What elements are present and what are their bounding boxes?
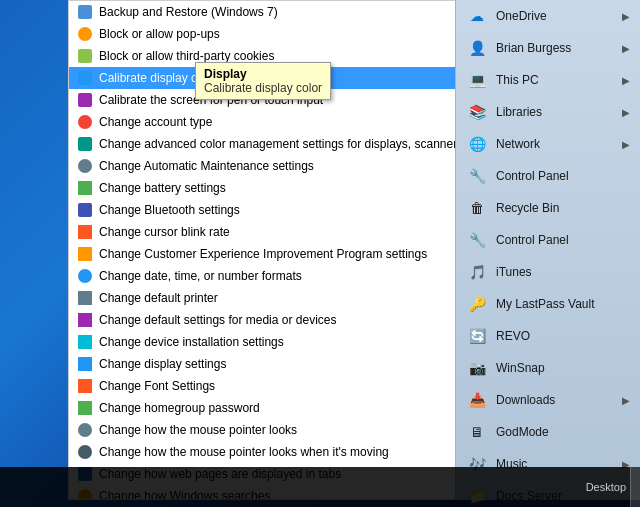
menu-item-maintenance[interactable]: Change Automatic Maintenance settings: [69, 155, 457, 177]
rp-item-label: Brian Burgess: [496, 41, 622, 55]
printer-icon: [77, 290, 93, 306]
rp-item-brian[interactable]: 👤 Brian Burgess ▶: [456, 32, 640, 64]
menu-item-text: Change device installation settings: [99, 335, 284, 349]
rp-item-label: Recycle Bin: [496, 201, 630, 215]
menu-item-cursor-blink[interactable]: Change cursor blink rate: [69, 221, 457, 243]
menu-item-text: Change account type: [99, 115, 212, 129]
user-icon: [77, 114, 93, 130]
menu-item-pointer-moving[interactable]: Change how the mouse pointer looks when …: [69, 441, 457, 463]
menu-item-text: Change advanced color management setting…: [99, 137, 458, 151]
menu-item-text: Change Font Settings: [99, 379, 215, 393]
menu-item-pointer-looks[interactable]: Change how the mouse pointer looks: [69, 419, 457, 441]
arrow-icon: ▶: [622, 107, 630, 118]
menu-item-text: Backup and Restore (Windows 7): [99, 5, 278, 19]
rp-item-downloads[interactable]: 📥 Downloads ▶: [456, 384, 640, 416]
font-icon: [77, 378, 93, 394]
menu-item-advanced-color[interactable]: Change advanced color management setting…: [69, 133, 457, 155]
menu-item-text: Change Customer Experience Improvement P…: [99, 247, 427, 261]
network-icon: 🌐: [466, 133, 488, 155]
menu-item-text: Change how the mouse pointer looks: [99, 423, 297, 437]
tooltip-title: Display: [204, 67, 322, 81]
rp-item-winsnap[interactable]: 📷 WinSnap: [456, 352, 640, 384]
menu-item-default-printer[interactable]: Change default printer: [69, 287, 457, 309]
rp-item-label: REVO: [496, 329, 630, 343]
recycle-bin-icon: 🗑: [466, 197, 488, 219]
menu-item-display-settings[interactable]: Change display settings: [69, 353, 457, 375]
tooltip-popup: Display Calibrate display color: [195, 62, 331, 100]
menu-item-homegroup-pwd[interactable]: Change homegroup password: [69, 397, 457, 419]
arrow-icon: ▶: [622, 139, 630, 150]
libraries-icon: 📚: [466, 101, 488, 123]
winsnap-icon: 📷: [466, 357, 488, 379]
onedrive-icon: ☁: [466, 5, 488, 27]
chart-icon: [77, 246, 93, 262]
taskbar-desktop-label: Desktop: [586, 481, 630, 493]
menu-item-font-settings[interactable]: Change Font Settings: [69, 375, 457, 397]
menu-item-text: Block or allow third-party cookies: [99, 49, 274, 63]
menu-item-account-type[interactable]: Change account type: [69, 111, 457, 133]
rp-item-godmode[interactable]: 🖥 GodMode: [456, 416, 640, 448]
menu-item-text: Change Automatic Maintenance settings: [99, 159, 314, 173]
menu-item-text: Change default settings for media or dev…: [99, 313, 336, 327]
globe-icon: [77, 26, 93, 42]
rp-item-this-pc[interactable]: 💻 This PC ▶: [456, 64, 640, 96]
display-icon: [77, 70, 93, 86]
menu-item-text: Change how the mouse pointer looks when …: [99, 445, 389, 459]
rp-item-label: GodMode: [496, 425, 630, 439]
menu-item-block-popup[interactable]: Block or allow pop-ups: [69, 23, 457, 45]
rp-item-network[interactable]: 🌐 Network ▶: [456, 128, 640, 160]
rp-item-lastpass[interactable]: 🔑 My LastPass Vault: [456, 288, 640, 320]
rp-item-revo[interactable]: 🔄 REVO: [456, 320, 640, 352]
arrow-icon: ▶: [622, 43, 630, 54]
menu-item-text: Change Bluetooth settings: [99, 203, 240, 217]
menu-item-customer-exp[interactable]: Change Customer Experience Improvement P…: [69, 243, 457, 265]
rp-item-libraries[interactable]: 📚 Libraries ▶: [456, 96, 640, 128]
pen-icon: [77, 92, 93, 108]
rp-item-control-panel[interactable]: 🔧 Control Panel: [456, 160, 640, 192]
menu-item-default-media[interactable]: Change default settings for media or dev…: [69, 309, 457, 331]
computer-icon: 💻: [466, 69, 488, 91]
rp-item-onedrive[interactable]: ☁ OneDrive ▶: [456, 0, 640, 32]
rp-item-label: Control Panel: [496, 169, 630, 183]
rp-item-label: This PC: [496, 73, 622, 87]
rp-item-recycle-bin[interactable]: 🗑 Recycle Bin: [456, 192, 640, 224]
media-icon: [77, 312, 93, 328]
rp-item-label: OneDrive: [496, 9, 622, 23]
rp-item-control-panel2[interactable]: 🔧 Control Panel: [456, 224, 640, 256]
group-icon: [77, 400, 93, 416]
lastpass-icon: 🔑: [466, 293, 488, 315]
menu-item-backup[interactable]: Backup and Restore (Windows 7): [69, 1, 457, 23]
mouse-icon: [77, 422, 93, 438]
menu-item-device-install[interactable]: Change device installation settings: [69, 331, 457, 353]
rp-item-label: WinSnap: [496, 361, 630, 375]
menu-item-text: Block or allow pop-ups: [99, 27, 220, 41]
rp-item-label: Network: [496, 137, 622, 151]
right-panel: ☁ OneDrive ▶ 👤 Brian Burgess ▶ 💻 This PC…: [455, 0, 640, 500]
menu-item-text: Change homegroup password: [99, 401, 260, 415]
show-desktop-button[interactable]: [630, 467, 640, 507]
rp-item-label: Control Panel: [496, 233, 630, 247]
menu-item-date-time[interactable]: Change date, time, or number formats: [69, 265, 457, 287]
rp-item-itunes[interactable]: 🎵 iTunes: [456, 256, 640, 288]
menu-item-text: Change display settings: [99, 357, 226, 371]
revo-icon: 🔄: [466, 325, 488, 347]
rp-item-label: Downloads: [496, 393, 622, 407]
menu-item-text: Change cursor blink rate: [99, 225, 230, 239]
arrow-icon: ▶: [622, 395, 630, 406]
downloads-icon: 📥: [466, 389, 488, 411]
battery-icon: [77, 180, 93, 196]
taskbar: Desktop: [0, 467, 640, 507]
menu-item-text: Change battery settings: [99, 181, 226, 195]
rp-item-label: Libraries: [496, 105, 622, 119]
shield-icon: [77, 4, 93, 20]
control-panel-icon: 🔧: [466, 165, 488, 187]
arrow-icon: ▶: [622, 11, 630, 22]
menu-item-bluetooth[interactable]: Change Bluetooth settings: [69, 199, 457, 221]
tooltip-description: Calibrate display color: [204, 81, 322, 95]
person-icon: 👤: [466, 37, 488, 59]
gear-icon: [77, 158, 93, 174]
menu-item-battery[interactable]: Change battery settings: [69, 177, 457, 199]
itunes-icon: 🎵: [466, 261, 488, 283]
cookie-icon: [77, 48, 93, 64]
desktop: Backup and Restore (Windows 7) Block or …: [0, 0, 640, 507]
